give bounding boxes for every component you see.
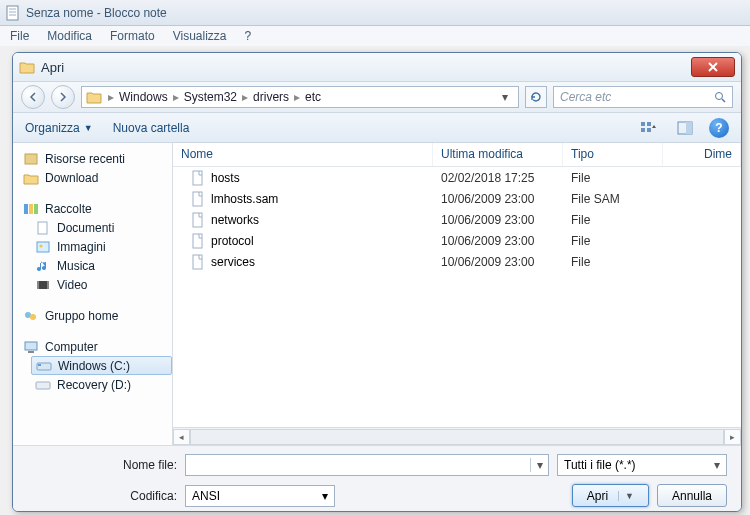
documents-icon <box>35 221 51 235</box>
file-type: File SAM <box>563 192 663 206</box>
sidebar-item-drive-d[interactable]: Recovery (D:) <box>23 375 172 394</box>
music-icon <box>35 259 51 273</box>
filename-input[interactable]: ▾ <box>185 454 549 476</box>
col-type[interactable]: Tipo <box>563 143 663 166</box>
sidebar-item-drive-c[interactable]: Windows (C:) <box>31 356 172 375</box>
file-type: File <box>563 171 663 185</box>
svg-rect-33 <box>193 255 202 269</box>
sidebar-item-documents[interactable]: Documenti <box>23 218 172 237</box>
svg-rect-13 <box>24 204 28 214</box>
file-name: protocol <box>211 234 254 248</box>
svg-point-18 <box>40 244 43 247</box>
forward-button[interactable] <box>51 85 75 109</box>
back-button[interactable] <box>21 85 45 109</box>
preview-pane-button[interactable] <box>673 118 697 138</box>
libraries-icon <box>23 202 39 216</box>
computer-icon <box>23 340 39 354</box>
menu-format[interactable]: Formato <box>110 29 155 43</box>
file-type: File <box>563 213 663 227</box>
close-button[interactable] <box>691 57 735 77</box>
refresh-button[interactable] <box>525 86 547 108</box>
breadcrumb-sep: ▸ <box>106 90 116 104</box>
download-icon <box>23 171 39 185</box>
drive-icon <box>36 359 52 373</box>
dialog-titlebar: Apri <box>13 53 741 81</box>
breadcrumb-seg[interactable]: System32 <box>181 90 240 104</box>
col-name[interactable]: Nome <box>173 143 433 166</box>
recent-icon <box>23 152 39 166</box>
toolbar: Organizza ▼ Nuova cartella ? <box>13 113 741 143</box>
file-row[interactable]: lmhosts.sam10/06/2009 23:00File SAM <box>173 188 741 209</box>
svg-rect-31 <box>193 213 202 227</box>
svg-rect-11 <box>686 122 692 134</box>
svg-rect-15 <box>34 204 38 214</box>
sidebar-group-computer[interactable]: Computer <box>23 337 172 356</box>
dialog-title: Apri <box>41 60 691 75</box>
breadcrumb-seg[interactable]: etc <box>302 90 324 104</box>
scroll-left-icon[interactable]: ◂ <box>173 429 190 445</box>
filetype-filter[interactable]: Tutti i file (*.*)▾ <box>557 454 727 476</box>
scroll-right-icon[interactable]: ▸ <box>724 429 741 445</box>
breadcrumb-seg[interactable]: drivers <box>250 90 292 104</box>
file-modified: 10/06/2009 23:00 <box>433 213 563 227</box>
sidebar-item-video[interactable]: Video <box>23 275 172 294</box>
horizontal-scrollbar[interactable]: ◂ ▸ <box>173 427 741 445</box>
sidebar: Risorse recenti Download Raccolte Docume… <box>13 143 173 445</box>
menu-help[interactable]: ? <box>245 29 252 43</box>
file-modified: 10/06/2009 23:00 <box>433 255 563 269</box>
menu-edit[interactable]: Modifica <box>47 29 92 43</box>
breadcrumb-dropdown-icon[interactable]: ▾ <box>496 90 514 104</box>
breadcrumb-seg[interactable]: Windows <box>116 90 171 104</box>
search-icon <box>714 91 726 103</box>
chevron-down-icon: ▼ <box>84 123 93 133</box>
file-icon <box>191 254 205 270</box>
svg-rect-28 <box>36 382 50 389</box>
file-icon <box>191 170 205 186</box>
open-button[interactable]: Apri▼ <box>572 484 649 507</box>
file-type: File <box>563 255 663 269</box>
sidebar-group-libraries[interactable]: Raccolte <box>23 199 172 218</box>
menu-file[interactable]: File <box>10 29 29 43</box>
chevron-down-icon: ▾ <box>714 458 720 472</box>
svg-rect-29 <box>193 171 202 185</box>
sidebar-item-recent[interactable]: Risorse recenti <box>23 149 172 168</box>
organize-menu[interactable]: Organizza ▼ <box>25 121 93 135</box>
svg-rect-0 <box>7 6 18 20</box>
file-icon <box>191 212 205 228</box>
col-dim[interactable]: Dime <box>663 143 741 166</box>
help-button[interactable]: ? <box>709 118 729 138</box>
file-type: File <box>563 234 663 248</box>
svg-rect-6 <box>641 122 645 126</box>
svg-point-23 <box>30 314 36 320</box>
svg-rect-8 <box>641 128 645 132</box>
newfolder-button[interactable]: Nuova cartella <box>113 121 190 135</box>
file-row[interactable]: hosts02/02/2018 17:25File <box>173 167 741 188</box>
drive-icon <box>35 378 51 392</box>
cancel-button[interactable]: Annulla <box>657 484 727 507</box>
file-row[interactable]: protocol10/06/2009 23:00File <box>173 230 741 251</box>
encoding-select[interactable]: ANSI▾ <box>185 485 335 507</box>
svg-rect-9 <box>647 128 651 132</box>
sidebar-group-homegroup[interactable]: Gruppo home <box>23 306 172 325</box>
dialog-bottom: Nome file: ▾ Tutti i file (*.*)▾ Codific… <box>13 445 741 512</box>
file-row[interactable]: services10/06/2009 23:00File <box>173 251 741 272</box>
breadcrumb[interactable]: ▸ Windows ▸ System32 ▸ drivers ▸ etc ▾ <box>81 86 519 108</box>
file-modified: 10/06/2009 23:00 <box>433 192 563 206</box>
sidebar-item-download[interactable]: Download <box>23 168 172 187</box>
scroll-track[interactable] <box>190 429 724 445</box>
sidebar-item-music[interactable]: Musica <box>23 256 172 275</box>
svg-rect-7 <box>647 122 651 126</box>
open-split-icon[interactable]: ▼ <box>618 491 634 501</box>
col-modified[interactable]: Ultima modifica <box>433 143 563 166</box>
filename-dropdown-icon[interactable]: ▾ <box>530 458 548 472</box>
notepad-titlebar: Senza nome - Blocco note <box>0 0 750 26</box>
menu-view[interactable]: Visualizza <box>173 29 227 43</box>
sidebar-item-images[interactable]: Immagini <box>23 237 172 256</box>
file-row[interactable]: networks10/06/2009 23:00File <box>173 209 741 230</box>
svg-rect-16 <box>38 222 47 234</box>
organize-label: Organizza <box>25 121 80 135</box>
search-input[interactable]: Cerca etc <box>553 86 733 108</box>
svg-rect-20 <box>37 281 39 289</box>
file-name: networks <box>211 213 259 227</box>
view-mode-button[interactable] <box>637 118 661 138</box>
